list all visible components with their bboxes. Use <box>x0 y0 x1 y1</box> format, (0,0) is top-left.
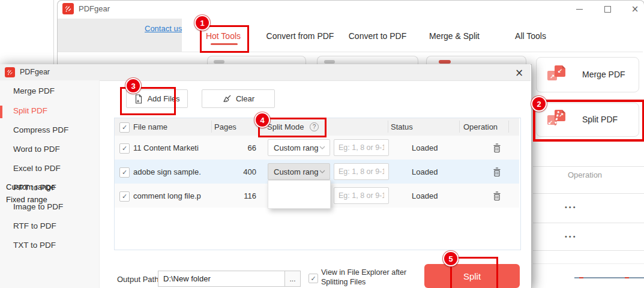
tab-merge-split[interactable]: Merge & Split <box>429 31 480 41</box>
split-mode-select[interactable]: Custom rang <box>268 139 330 156</box>
row-checkbox[interactable]: ✓ <box>119 167 130 178</box>
output-path-input[interactable] <box>158 271 285 287</box>
page-range-input[interactable] <box>334 187 389 204</box>
row-checkbox[interactable]: ✓ <box>119 191 130 202</box>
dropdown-option-fixed-range[interactable]: Fixed range <box>6 195 47 204</box>
bg-table-line <box>533 263 644 264</box>
column-header-pages: Pages <box>214 122 236 131</box>
broom-icon <box>222 94 232 104</box>
annotation-badge-2: 2 <box>531 96 547 112</box>
pdfgear-logo <box>5 67 15 77</box>
sidebar-item-excel-to-pdf[interactable]: Excel to PDF <box>13 164 61 173</box>
dialog-titlebar <box>0 64 531 81</box>
sidebar-item-split-pdf[interactable]: Split PDF <box>13 106 47 115</box>
sidebar-item-rtf-to-pdf[interactable]: RTF to PDF <box>13 221 56 230</box>
annotation-badge-3: 3 <box>125 78 141 94</box>
tool-card-icon-fragment <box>214 60 224 64</box>
main-window-title: PDFgear <box>79 4 110 13</box>
dialog-close-button[interactable]: × <box>511 66 527 79</box>
tab-convert-to-pdf[interactable]: Convert to PDF <box>349 31 406 41</box>
browse-button[interactable]: ... <box>284 271 301 287</box>
bg-table-line <box>533 250 644 251</box>
view-in-explorer-checkbox[interactable]: ✓ <box>308 274 318 283</box>
column-header-operation: Operation <box>463 122 498 131</box>
contact-us-link[interactable]: Contact us <box>145 24 182 33</box>
pages-cell: 66 <box>213 143 256 152</box>
annotation-badge-1: 1 <box>194 15 210 31</box>
sidebar-item-word-to-pdf[interactable]: Word to PDF <box>13 145 60 154</box>
status-cell: Loaded <box>412 191 438 200</box>
close-button[interactable]: × <box>628 3 642 15</box>
pdfgear-logo-glyph <box>64 4 73 13</box>
window-edge-line <box>53 0 54 64</box>
file-name-cell: 11 Content Marketi <box>133 143 199 152</box>
minimize-button[interactable] <box>572 3 586 15</box>
merge-pdf-card-label: Merge PDF <box>582 70 625 79</box>
delete-icon[interactable] <box>492 191 502 201</box>
chevron-down-icon <box>319 146 325 149</box>
column-divider <box>388 121 388 133</box>
chevron-down-icon <box>319 170 325 173</box>
pdfgear-logo <box>62 3 74 14</box>
bg-bottom-edge <box>574 277 644 278</box>
tool-card-icon-fragment <box>324 60 335 64</box>
merge-pdf-icon: ↗ ↙ <box>547 65 568 83</box>
sidebar-selection-bar <box>0 106 2 118</box>
dialog-title: PDFgear <box>20 68 50 76</box>
clear-button[interactable]: Clear <box>202 89 275 108</box>
bg-bottom-edge-accent <box>625 277 629 278</box>
split-mode-select-open[interactable]: Custom rang <box>268 163 330 180</box>
column-header-file-name: File name <box>133 122 167 131</box>
pages-cell: 116 <box>213 191 256 200</box>
sidebar-item-compress-pdf[interactable]: Compress PDF <box>13 125 68 134</box>
check-icon: ✓ <box>310 275 316 282</box>
file-name-cell: comment long file.p <box>133 191 201 200</box>
bg-table-row-actions[interactable]: ••• <box>565 203 577 211</box>
column-divider <box>211 121 212 133</box>
tab-convert-from-pdf[interactable]: Convert from PDF <box>266 31 334 41</box>
check-icon: ✓ <box>122 193 127 200</box>
page-range-input[interactable] <box>334 139 389 156</box>
pdfgear-logo-glyph <box>6 68 14 76</box>
bg-table-row-actions[interactable]: ••• <box>565 233 577 240</box>
bg-table-line <box>533 193 644 194</box>
select-all-checkbox[interactable]: ✓ <box>119 122 130 133</box>
bg-table-line <box>533 223 644 223</box>
check-icon: ✓ <box>122 124 127 131</box>
annotation-box-split-pdf-card <box>533 100 644 142</box>
check-icon: ✓ <box>122 169 127 176</box>
column-divider <box>508 121 509 133</box>
tab-all-tools[interactable]: All Tools <box>515 31 546 41</box>
close-icon: × <box>631 5 639 14</box>
sidebar-item-txt-to-pdf[interactable]: TXT to PDF <box>13 241 56 250</box>
delete-icon[interactable] <box>492 167 502 177</box>
split-mode-dropdown <box>268 180 331 209</box>
status-cell: Loaded <box>412 143 438 152</box>
annotation-badge-5: 5 <box>443 251 459 266</box>
pages-cell: 400 <box>213 167 256 176</box>
status-cell: Loaded <box>412 167 438 176</box>
bg-table-operation-header: Operation <box>568 170 602 179</box>
bg-bottom-edge-accent <box>579 277 583 278</box>
output-path-label: Output Path <box>117 275 158 284</box>
page-range-input[interactable] <box>334 163 389 180</box>
annotation-box-hot-tools <box>200 25 249 53</box>
bg-table-line <box>533 166 644 167</box>
maximize-button[interactable] <box>600 3 615 15</box>
annotation-badge-4: 4 <box>254 112 270 128</box>
minimize-icon <box>576 9 583 10</box>
file-name-cell: adobe sign sample. <box>133 167 201 176</box>
column-header-status: Status <box>391 122 413 131</box>
sidebar-item-merge-pdf[interactable]: Merge PDF <box>13 86 55 95</box>
check-icon: ✓ <box>122 145 127 152</box>
column-divider <box>459 121 460 133</box>
row-checkbox[interactable]: ✓ <box>119 143 130 154</box>
close-icon: × <box>515 67 523 79</box>
dropdown-option-custom-range[interactable]: Custom range <box>6 182 55 191</box>
view-in-explorer-label-line1: View in File Explorer after <box>321 268 406 277</box>
delete-icon[interactable] <box>492 143 502 153</box>
tool-card-icon-fragment <box>439 60 451 64</box>
maximize-icon <box>604 6 611 13</box>
view-in-explorer-label-line2: Splitting Files <box>321 278 366 286</box>
clear-label: Clear <box>236 94 254 103</box>
